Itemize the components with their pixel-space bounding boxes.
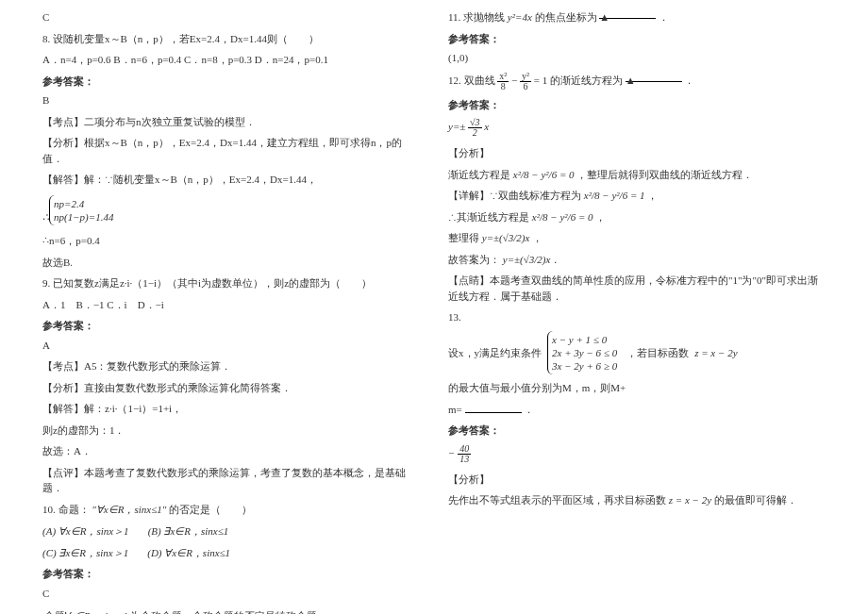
q11-text: 11. 求抛物线 y²=4x 的焦点坐标为 ▲ ． [448,9,826,25]
q9-fenxi: 【分析】直接由复数代数形式的乘除运算化简得答案． [42,380,420,396]
q11-ref-label: 参考答案： [448,31,826,47]
q9-ref-label: 参考答案： [42,318,420,334]
q12-zl-pre: 整理得 [448,232,479,243]
triangle-mark2: ▲ [626,75,636,86]
prefix-c: C [42,9,420,25]
q8-answer: B [42,92,420,108]
q11-expr: y²=4x [508,9,532,25]
q12-pre: 12. 双曲线 [448,75,495,86]
q13-sys2: 2x + 3y − 6 ≤ 0 [552,347,617,358]
q9-pick: 故选：A． [42,443,420,459]
q10-options-row1: (A) ∀x∈R，sinx＞1 (B) ∃x∈R，sinx≤1 [42,523,420,540]
q8-concl: ∴n=6，p=0.4 [42,233,420,249]
q10-ref-label: 参考答案： [42,566,420,582]
q12-frac1: x²8 [497,72,509,91]
q12-ans-den: 2 [468,128,482,138]
q13-fx-pre: 先作出不等式组表示的平面区域，再求目标函数 [448,494,666,506]
q12-xj-concl-pre: ∴其渐近线方程是 [448,211,529,223]
q10-post: 的否定是（ ） [169,504,252,515]
q10-quant: "∀x∈R，sinx≤1" [92,502,166,517]
q8-jieda: 【解答】解：∵随机变量x～B（n，p），Ex=2.4，Dx=1.44， [42,172,420,188]
q11-post: 的焦点坐标为 [535,11,597,23]
q10-options-row2: (C) ∃x∈R，sinx＞1 (D) ∀x∈R，sinx≤1 [42,544,420,562]
q13-tail-text: m= [448,404,462,415]
q12-xj-concl: ∴其渐近线方程是 x²/8 − y²/6 = 0 ， [448,209,826,225]
q10-optB: (B) ∃x∈R，sinx≤1 [148,523,229,540]
q8-ref-label: 参考答案： [42,74,420,90]
q12-eq: = 1 [534,75,547,86]
q13-system: x − y + 1 ≤ 0 2x + 3y − 6 ≤ 0 3x − 2y + … [547,331,621,375]
q9-options: A．1 B．−1 C．i D．−i [42,297,420,313]
q10-optC: (C) ∃x∈R，sinx＞1 [42,544,128,562]
q13-ref-label: 参考答案： [448,423,826,439]
q10-answer: C [42,586,420,602]
q12-fx-pre: 渐近线方程是 [448,169,510,180]
q13-ans-den: 13 [458,455,471,464]
q12-dianshun: 【点睛】本题考查双曲线的简单性质的应用，令标准方程中的"1"为"0"即可求出渐近… [448,273,826,304]
q8-fenxi: 【分析】根据x～B（n，p），Ex=2.4，Dx=1.44，建立方程组，即可求得… [42,135,420,166]
blank-underline: ▲ [599,9,656,19]
q8-options: A．n=4，p=0.6 B．n=6，p=0.4 C．n=8，p=0.3 D．n=… [42,52,420,68]
q13-wrapper: 设x，y满足约束条件 x − y + 1 ≤ 0 2x + 3y − 6 ≤ 0… [448,331,826,396]
q9-kaodian: 【考点】A5：复数代数形式的乘除运算． [42,358,420,374]
q13-fenxi: 先作出不等式组表示的平面区域，再求目标函数 z = x − 2y 的最值即可得解… [448,492,826,508]
q12-ref-label: 参考答案： [448,97,826,113]
q12-ans-frac: √32 [468,118,482,138]
blank-underline2: ▲ [626,73,682,82]
triangle-mark: ▲ [599,11,609,23]
q13-sys3: 3x − 2y + 6 ≥ 0 [552,360,617,372]
q12-ans-post: x [484,121,489,132]
q12-frac1-num: x² [497,72,509,82]
q12-zl-ans: y=±(√3/2)x [482,230,530,245]
q12-frac2-den: 6 [520,82,531,91]
q13-fx-obj: z = x − 2y [669,492,711,507]
q12-xj-label: 【详解】∵双曲线标准方程为 [448,190,581,201]
q9-dianping: 【点评】本题考查了复数代数形式的乘除运算，考查了复数的基本概念，是基础题． [42,465,420,496]
q8-pick: 故选B. [42,255,420,271]
q12-fx-post: ，整理后就得到双曲线的渐近线方程． [576,169,753,180]
q12-gudaan: 故答案为： y=±(√3/2)x． [448,252,826,268]
q13-sys1: x − y + 1 ≤ 0 [552,334,607,345]
q9-text: 9. 已知复数z满足z·i·（1−i）（其中i为虚数单位），则z的虚部为（ ） [42,275,420,291]
q8-sys1: np=2.4 [54,198,84,209]
q13-fenxi-label: 【分析】 [448,472,826,488]
q12-xiangjie: 【详解】∵双曲线标准方程为 x²/8 − y²/6 = 1 ， [448,188,826,204]
q12-xj-concl-eq: x²/8 − y²/6 = 0 [532,209,593,224]
q11-answer: (1,0) [448,50,826,66]
q13-mid: ，若目标函数 [626,345,689,361]
q12-frac2-num: y² [520,72,531,82]
q9-jieda: 【解答】解：z·i·（1−i）=1+i， [42,401,420,417]
q9-answer: A [42,338,420,354]
q8-sys2: np(1−p)=1.44 [54,211,113,223]
q11-pre: 11. 求抛物线 [448,11,505,23]
q13-num: 13. [448,309,826,325]
q13-fx-post: 的最值即可得解． [714,494,797,506]
q12-gd-pre: 故答案为： [448,254,500,265]
q13-obj: z = x − 2y [694,343,737,363]
q13-ans-neg: − [448,447,455,458]
q12-answer: y=± √32 x [448,116,826,140]
q12-gd-ans: y=±(√3/2)x． [503,252,561,267]
q13-ans-frac: 4013 [458,444,471,464]
q10-optD: (D) ∀x∈R，sinx≤1 [147,544,230,562]
q10-text: 10. 命题： "∀x∈R，sinx≤1" 的否定是（ ） [42,502,420,518]
q12-fenxi: 渐近线方程是 x²/8 − y²/6 = 0 ，整理后就得到双曲线的渐近线方程． [448,167,826,183]
q12-fx-eq: x²/8 − y²/6 = 0 [513,167,575,182]
q8-system: ∴ np=2.4 np(1−p)=1.44 [42,193,420,228]
q10-pre: 10. 命题： [42,504,90,515]
q12-ans-pre: y=± [448,121,465,132]
blank-underline3 [465,404,522,413]
q12-xj-eq: x²/8 − y²/6 = 1 [584,188,645,203]
q13-answer: − 4013 [448,442,826,466]
q12-fenxi-label: 【分析】 [448,145,826,161]
q12-frac2: y²6 [520,72,531,91]
q13-tail: m= ． [448,402,826,418]
q10-expl1: 命题∀x∈R，sinx≤1为全称命题，全称命题的否定是特称命题， [42,606,420,614]
q12-post: 的渐近线方程为 [550,75,623,86]
q12-zhengli: 整理得 y=±(√3/2)x ， [448,230,826,246]
q12-text: 12. 双曲线 x²8 − y²6 = 1 的渐近线方程为 ▲ ． [448,72,826,91]
q13-pre: 设x，y满足约束条件 [448,345,542,361]
q9-res: 则z的虚部为：1． [42,423,420,439]
q12-frac1-den: 8 [497,82,509,91]
q8-kaodian: 【考点】二项分布与n次独立重复试验的模型． [42,114,420,130]
